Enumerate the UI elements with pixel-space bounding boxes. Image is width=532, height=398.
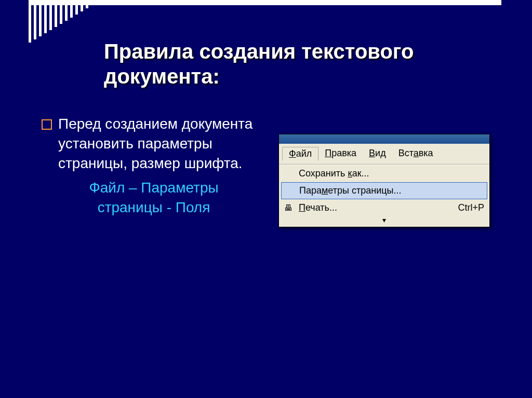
accent-top-bar (29, 0, 501, 5)
print-label: Печать... (299, 202, 454, 213)
menu-insert-label: вка (419, 148, 433, 158)
menu-view-label: ид (375, 148, 386, 158)
bullet-item: Перед созданием документа установить пар… (42, 114, 260, 173)
menu-edit[interactable]: Правка (318, 147, 363, 161)
menu-item-save-as[interactable]: Сохранить как... (279, 165, 489, 182)
menu-file-label: айл (296, 148, 312, 159)
accent-stripes (29, 5, 88, 43)
bullet-text: Перед созданием документа установить пар… (58, 114, 260, 173)
menu-edit-label: равка (331, 148, 356, 158)
menu-insert[interactable]: Вставка (392, 147, 440, 161)
menubar: Файл Правка Вид Вставка (279, 144, 489, 164)
sub-path-text: Файл – Параметры страницы - Поля (55, 178, 252, 217)
menu-item-page-setup[interactable]: Параметры страницы... (281, 182, 487, 199)
file-dropdown: Сохранить как... Параметры страницы... 🖶… (279, 164, 489, 227)
menu-expand-icon[interactable]: ▾ (279, 216, 489, 225)
slide-title: Правила создания текстового документа: (104, 39, 478, 89)
print-shortcut: Ctrl+P (458, 202, 484, 213)
bullet-marker (42, 119, 52, 130)
save-as-label: Сохранить как... (299, 168, 484, 179)
menu-screenshot: Файл Правка Вид Вставка Сохранить как...… (278, 134, 490, 227)
page-setup-label: Параметры страницы... (299, 185, 484, 196)
window-titlebar (279, 134, 489, 144)
menu-item-print[interactable]: 🖶 Печать... Ctrl+P (279, 199, 489, 216)
printer-icon: 🖶 (282, 203, 295, 213)
menu-view[interactable]: Вид (363, 147, 392, 161)
menu-file[interactable]: Файл (282, 147, 318, 161)
